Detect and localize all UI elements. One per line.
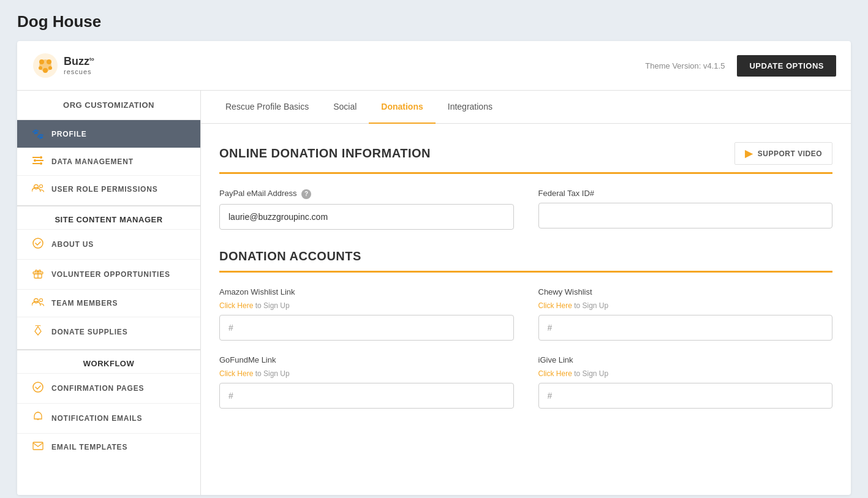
svg-point-4 xyxy=(39,66,42,70)
federal-tax-input[interactable] xyxy=(538,203,833,228)
workflow-group-label: WORKFLOW xyxy=(17,350,200,373)
carrot-icon xyxy=(32,325,44,339)
sidebar: ORG CUSTOMIZATION 🐾 PROFILE xyxy=(17,91,201,495)
gofundme-input[interactable] xyxy=(219,383,514,409)
tab-rescue-profile-basics[interactable]: Rescue Profile Basics xyxy=(213,91,321,124)
update-options-button[interactable]: UPDATE OPTIONS xyxy=(737,55,836,77)
logo-rescues: rescues xyxy=(64,68,94,75)
sidebar-confirmation-pages-label: CONFIRMATION PAGES xyxy=(51,384,144,393)
gofundme-label: GoFundMe Link xyxy=(219,355,514,364)
site-content-group-label: SITE CONTENT MANAGER xyxy=(17,206,200,229)
theme-version: Theme Version: v4.1.5 xyxy=(645,61,725,70)
logo-icon xyxy=(32,52,59,79)
igive-signup: to Sign Up xyxy=(572,369,608,378)
online-donation-divider xyxy=(219,172,832,174)
sidebar-item-confirmation-pages[interactable]: CONFIRMATION PAGES xyxy=(17,373,200,403)
amazon-click-here[interactable]: Click Here xyxy=(219,301,253,310)
svg-point-19 xyxy=(40,299,43,302)
sidebar-volunteer-label: VOLUNTEER OPPORTUNITIES xyxy=(51,270,170,279)
sidebar-item-volunteer-opportunities[interactable]: VOLUNTEER OPPORTUNITIES xyxy=(17,259,200,289)
tabs-bar: Rescue Profile Basics Social Donations I… xyxy=(201,91,851,124)
tab-donations[interactable]: Donations xyxy=(369,91,435,124)
sidebar-section-header: ORG CUSTOMIZATION xyxy=(17,91,200,119)
amazon-wishlist-input[interactable] xyxy=(219,315,514,341)
donation-accounts-divider xyxy=(219,271,832,273)
online-donation-section-title: ONLINE DONATION INFORMATION ▶ SUPPORT VI… xyxy=(219,142,832,165)
logo-buzz: Buzzto xyxy=(64,56,94,68)
svg-point-2 xyxy=(39,59,44,64)
svg-point-5 xyxy=(48,66,52,70)
gofundme-click-here[interactable]: Click Here xyxy=(219,369,253,378)
svg-point-13 xyxy=(34,185,39,189)
sidebar-item-about-us[interactable]: ABOUT US xyxy=(17,229,200,259)
chewy-wishlist-group: Chewy Wishlist Click Here to Sign Up xyxy=(538,287,833,341)
chewy-click-here[interactable]: Click Here xyxy=(538,301,572,310)
igive-signup-text: Click Here to Sign Up xyxy=(538,369,833,378)
svg-point-8 xyxy=(40,156,42,159)
sidebar-notification-emails-label: NOTIFICATION EMAILS xyxy=(51,414,142,423)
sidebar-item-notification-emails[interactable]: NOTIFICATION EMAILS xyxy=(17,403,200,433)
svg-point-15 xyxy=(33,238,43,248)
content-area: ORG CUSTOMIZATION 🐾 PROFILE xyxy=(17,91,851,495)
chewy-label: Chewy Wishlist xyxy=(538,287,833,296)
main-content: Rescue Profile Basics Social Donations I… xyxy=(201,91,851,495)
sidebar-item-profile[interactable]: 🐾 PROFILE xyxy=(17,119,200,148)
igive-input[interactable] xyxy=(538,383,833,409)
federal-tax-label: Federal Tax ID# xyxy=(538,189,833,198)
sidebar-item-email-templates[interactable]: EMAIL TEMPLATES xyxy=(17,433,200,461)
bell-icon xyxy=(32,412,44,425)
donation-accounts-title-text: DONATION ACCOUNTS xyxy=(219,249,361,263)
sidebar-item-data-management[interactable]: DATA MANAGEMENT xyxy=(17,148,200,175)
check-circle-icon-confirm xyxy=(32,382,44,395)
igive-label: iGive Link xyxy=(538,355,833,364)
form-content: ONLINE DONATION INFORMATION ▶ SUPPORT VI… xyxy=(201,124,851,447)
amazon-wishlist-group: Amazon Wishlist Link Click Here to Sign … xyxy=(219,287,514,341)
play-icon: ▶ xyxy=(745,148,753,159)
svg-point-12 xyxy=(40,162,42,165)
amazon-signup-text: Click Here to Sign Up xyxy=(219,301,514,310)
header-bar: Buzzto rescues Theme Version: v4.1.5 UPD… xyxy=(17,41,851,91)
svg-point-6 xyxy=(43,68,48,73)
gofundme-signup-text: Click Here to Sign Up xyxy=(219,369,514,378)
sidebar-email-templates-label: EMAIL TEMPLATES xyxy=(51,443,127,451)
svg-point-14 xyxy=(40,185,43,188)
sidebar-profile-label: PROFILE xyxy=(51,130,87,138)
header-right: Theme Version: v4.1.5 UPDATE OPTIONS xyxy=(645,55,836,77)
igive-click-here[interactable]: Click Here xyxy=(538,369,572,378)
sliders-icon xyxy=(32,156,44,167)
gofundme-group: GoFundMe Link Click Here to Sign Up xyxy=(219,355,514,409)
amazon-signup: to Sign Up xyxy=(253,301,289,310)
support-video-button[interactable]: ▶ SUPPORT VIDEO xyxy=(734,142,832,165)
sidebar-team-members-label: TEAM MEMBERS xyxy=(51,299,118,307)
svg-point-18 xyxy=(34,299,39,303)
online-donation-title-text: ONLINE DONATION INFORMATION xyxy=(219,146,431,160)
check-circle-icon-about xyxy=(32,238,44,251)
main-card: Buzzto rescues Theme Version: v4.1.5 UPD… xyxy=(17,41,851,495)
support-video-label: SUPPORT VIDEO xyxy=(758,149,822,158)
team-icon xyxy=(32,298,44,309)
chewy-wishlist-input[interactable] xyxy=(538,315,833,341)
paypal-info-icon[interactable]: ? xyxy=(301,189,311,199)
sidebar-item-donate-supplies[interactable]: DONATE SUPPLIES xyxy=(17,317,200,347)
amazon-label: Amazon Wishlist Link xyxy=(219,287,514,296)
federal-tax-group: Federal Tax ID# xyxy=(538,189,833,230)
sidebar-about-us-label: ABOUT US xyxy=(51,240,94,249)
donation-accounts-grid: Amazon Wishlist Link Click Here to Sign … xyxy=(219,287,832,409)
chewy-signup: to Sign Up xyxy=(572,301,608,310)
paypal-email-input[interactable] xyxy=(219,204,514,230)
logo-area: Buzzto rescues xyxy=(32,52,94,79)
tab-integrations[interactable]: Integrations xyxy=(436,91,505,124)
logo-text: Buzzto rescues xyxy=(64,56,94,75)
gofundme-signup: to Sign Up xyxy=(253,369,289,378)
svg-point-20 xyxy=(33,382,43,392)
paypal-email-group: PayPal eMail Address ? xyxy=(219,189,514,230)
paw-icon: 🐾 xyxy=(32,128,44,140)
svg-point-10 xyxy=(34,159,36,162)
tab-social[interactable]: Social xyxy=(321,91,369,124)
users-icon xyxy=(32,184,44,195)
online-donation-grid: PayPal eMail Address ? Federal Tax ID# xyxy=(219,189,832,230)
chewy-signup-text: Click Here to Sign Up xyxy=(538,301,833,310)
sidebar-item-team-members[interactable]: TEAM MEMBERS xyxy=(17,289,200,317)
sidebar-item-user-role-permissions[interactable]: USER ROLE PERMISSIONS xyxy=(17,175,200,203)
gift-icon xyxy=(32,268,44,281)
